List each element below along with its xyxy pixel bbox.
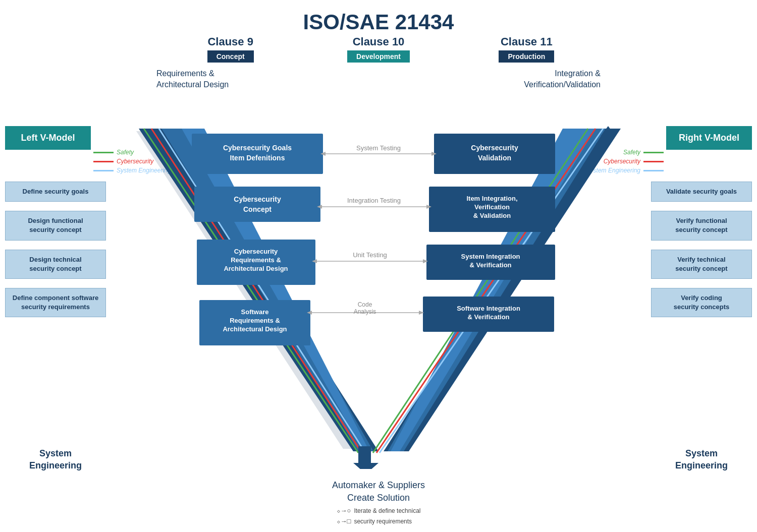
syseng-line-left — [93, 170, 114, 171]
right-box-2: Verify functionalsecurity concept — [651, 211, 752, 240]
svg-text:Architectural Design: Architectural Design — [224, 265, 288, 272]
left-box-4: Define component softwaresecurity requir… — [5, 288, 106, 317]
clause-11-number: Clause 11 — [453, 35, 601, 48]
svg-text:Software: Software — [241, 308, 269, 316]
svg-text:Item Integration,: Item Integration, — [466, 195, 517, 202]
right-boxes: Validate security goals Verify functiona… — [651, 182, 752, 317]
svg-text:System Testing: System Testing — [356, 144, 401, 152]
svg-text:Cybersecurity: Cybersecurity — [234, 195, 281, 203]
sub-header-left: Requirements &Architectural Design — [156, 68, 229, 91]
clause-10-number: Clause 10 — [304, 35, 452, 48]
legend-text-1: Iterate & define technical — [354, 506, 420, 516]
svg-marker-6 — [391, 129, 596, 451]
left-box-2: Design functionalsecurity concept — [5, 211, 106, 240]
svg-text:& Verification: & Verification — [469, 261, 511, 269]
svg-text:Verification: Verification — [474, 203, 510, 211]
sys-eng-left: SystemEngineering — [5, 448, 106, 471]
bottom-legend: ⬦→○ Iterate & define technical ⬦→□ secur… — [337, 506, 421, 527]
svg-text:Concept: Concept — [243, 205, 272, 213]
v-diagram: Cybersecurity Goals Item Defenitions Cyb… — [111, 126, 646, 469]
sys-eng-right: SystemEngineering — [651, 448, 752, 471]
cyber-line-left — [93, 161, 114, 162]
svg-text:Cybersecurity Goals: Cybersecurity Goals — [223, 144, 292, 152]
page-title: ISO/SAE 21434 — [0, 0, 757, 39]
svg-text:Item Defenitions: Item Defenitions — [230, 154, 285, 162]
svg-text:Requirements &: Requirements & — [230, 317, 280, 324]
svg-text:Architectural Design: Architectural Design — [223, 325, 287, 333]
svg-rect-13 — [194, 187, 320, 222]
left-box-3: Design technicalsecurity concept — [5, 250, 106, 279]
svg-marker-3 — [182, 129, 369, 451]
svg-text:Validation: Validation — [478, 154, 511, 162]
clause-11-label: Production — [499, 50, 554, 63]
svg-text:Requirements &: Requirements & — [231, 256, 281, 264]
clause-11-block: Clause 11 Production — [453, 35, 601, 63]
bottom-label: Automaker & SuppliersCreate Solution — [332, 479, 425, 504]
svg-text:& Verification: & Verification — [467, 313, 509, 321]
legend-icon-1: ⬦→○ — [337, 506, 351, 516]
right-box-4: Verify codingsecurity concepts — [651, 288, 752, 317]
syseng-line-right — [643, 170, 664, 171]
left-box-1: Define security goals — [5, 182, 106, 202]
svg-text:Integration Testing: Integration Testing — [347, 197, 401, 204]
safety-line-left — [93, 152, 114, 153]
v-model-left: Left V-Model — [5, 126, 91, 150]
svg-text:Code: Code — [358, 301, 372, 308]
svg-text:& Validation: & Validation — [473, 212, 511, 219]
clause-9-block: Clause 9 Concept — [156, 35, 304, 63]
svg-text:Software Integration: Software Integration — [457, 305, 520, 312]
svg-text:Cybersecurity: Cybersecurity — [234, 248, 278, 255]
legend-icon-2: ⬦→□ — [337, 516, 351, 527]
clause-10-block: Clause 10 Development — [304, 35, 452, 63]
v-model-right: Right V-Model — [666, 126, 752, 150]
right-box-3: Verify technicalsecurity concept — [651, 250, 752, 279]
left-boxes: Define security goals Design functionals… — [5, 182, 106, 317]
svg-text:Unit Testing: Unit Testing — [353, 251, 387, 259]
svg-text:System Integration: System Integration — [461, 253, 520, 260]
svg-text:Cybersecurity: Cybersecurity — [471, 144, 518, 152]
legend-text-2: security requirements — [354, 517, 412, 526]
clause-9-number: Clause 9 — [156, 35, 304, 48]
clause-9-label: Concept — [207, 50, 254, 63]
safety-line-right — [643, 152, 664, 153]
svg-text:Analysis: Analysis — [354, 308, 376, 315]
cyber-line-right — [643, 161, 664, 162]
clause-10-label: Development — [347, 50, 410, 63]
sub-header-right: Integration &Verification/Validation — [524, 68, 601, 91]
right-box-1: Validate security goals — [651, 182, 752, 202]
